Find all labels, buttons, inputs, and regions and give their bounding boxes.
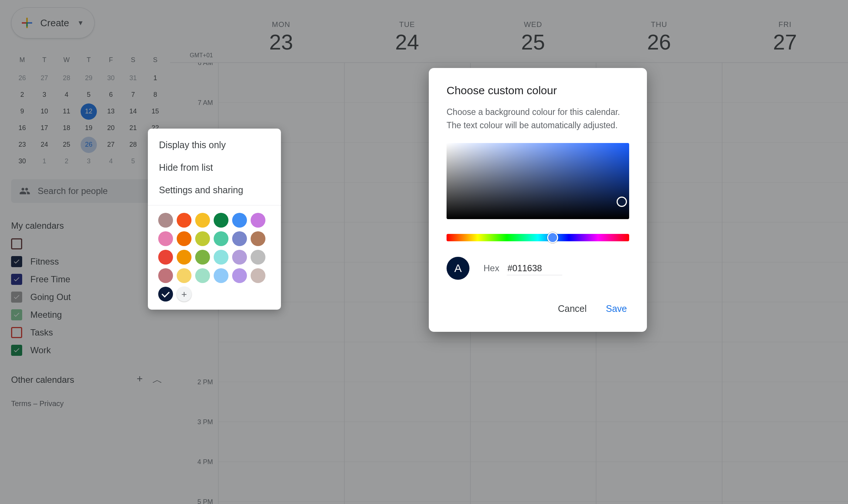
custom-colour-dialog: Choose custom colour Choose a background… [429,68,647,332]
colour-swatch[interactable] [251,268,265,283]
colour-swatch[interactable] [195,268,210,283]
colour-swatch[interactable] [232,231,247,246]
colour-swatch[interactable] [177,268,191,283]
sv-handle[interactable] [617,197,627,207]
add-custom-colour-button[interactable]: + [177,287,191,302]
hue-handle[interactable] [547,232,558,243]
colour-swatch[interactable] [158,250,173,265]
dialog-description: Choose a background colour for this cale… [447,106,629,132]
save-button[interactable]: Save [604,300,629,317]
colour-swatch[interactable] [214,213,228,228]
colour-swatch[interactable] [195,231,210,246]
colour-swatch[interactable] [251,231,265,246]
modal-scrim[interactable] [0,0,848,504]
calendar-context-menu: Display this onlyHide from listSettings … [148,129,281,310]
colour-swatch[interactable] [214,231,228,246]
cancel-button[interactable]: Cancel [556,300,589,317]
colour-swatch[interactable] [214,268,228,283]
context-menu-item[interactable]: Display this only [148,134,281,156]
hex-label: Hex [484,263,499,273]
colour-swatch[interactable] [251,250,265,265]
colour-swatch[interactable] [177,250,191,265]
colour-swatch[interactable] [158,268,173,283]
menu-separator [148,205,281,205]
dialog-title: Choose custom colour [447,84,629,97]
colour-preview: A [447,257,469,280]
colour-swatch[interactable] [232,213,247,228]
colour-swatch[interactable] [232,268,247,283]
colour-swatch[interactable] [158,231,173,246]
colour-swatch[interactable] [177,231,191,246]
colour-swatch[interactable] [195,213,210,228]
colour-swatch[interactable] [195,250,210,265]
colour-swatch[interactable] [158,213,173,228]
colour-swatch[interactable] [214,250,228,265]
colour-swatch-selected[interactable] [158,287,173,302]
context-menu-item[interactable]: Hide from list [148,156,281,179]
sv-picker[interactable] [447,143,629,219]
colour-swatch[interactable] [251,213,265,228]
hue-slider[interactable] [447,234,629,241]
colour-swatch[interactable] [177,213,191,228]
hex-input[interactable] [507,262,562,275]
colour-swatch[interactable] [232,250,247,265]
context-menu-item[interactable]: Settings and sharing [148,179,281,201]
